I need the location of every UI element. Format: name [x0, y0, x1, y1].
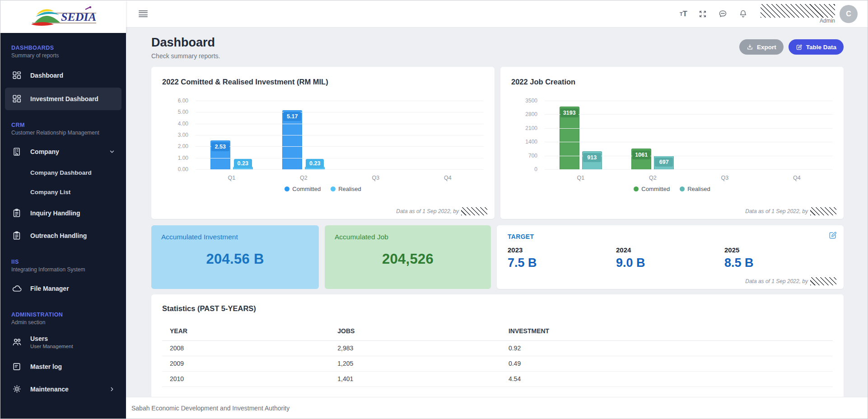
section-title: IIS — [0, 259, 126, 265]
clipboard-icon — [11, 230, 22, 241]
edit-square-icon — [796, 44, 803, 51]
sidebar-item-master-log[interactable]: Master log — [0, 355, 126, 378]
table-row: 20091,2050.49 — [162, 356, 833, 372]
section-title: CRM — [0, 122, 126, 128]
brand-name: SEDIA — [61, 10, 96, 23]
export-button[interactable]: Export — [739, 39, 784, 55]
chart-title: 2022 Comitted & Realised Investment (RM … — [162, 78, 484, 86]
table-cell: 0.49 — [501, 356, 833, 372]
table-cell: 2010 — [162, 372, 330, 387]
target-year: 2023 — [508, 246, 616, 254]
legend-committed[interactable]: Committed — [634, 186, 670, 192]
target-entry-2024: 2024 9.0 B — [616, 246, 724, 270]
chart-legend: Committed Realised — [511, 186, 833, 192]
footer: Sabah Economic Development and Investmen… — [126, 397, 868, 419]
sidebar-item-label: Outreach Handling — [30, 232, 87, 239]
sidebar: SEDIA DASHBOARDS Summary of reports Dash… — [0, 0, 126, 419]
target-card: TARGET 2023 7.5 B 2024 9.0 B 2025 8.5 B — [497, 225, 844, 289]
legend-dot — [680, 186, 685, 191]
users-icon — [11, 337, 22, 348]
author-redaction — [461, 207, 487, 215]
target-entries: 2023 7.5 B 2024 9.0 B 2025 8.5 B — [508, 246, 833, 270]
bar-value-label: 913 — [583, 153, 601, 162]
dashboard-grid-icon — [11, 70, 22, 81]
column-jobs: JOBS — [330, 323, 501, 341]
x-axis-labels: Q1Q2Q3Q4 — [545, 175, 833, 181]
sidebar-item-label: Users — [30, 335, 73, 343]
sidebar-item-label: Investment Dashboard — [30, 95, 98, 102]
legend-dot — [634, 186, 639, 191]
notifications-bell-icon[interactable] — [738, 9, 748, 19]
data-as-of-note: Data as of 1 Sep 2022, by — [745, 277, 836, 285]
edit-target-icon[interactable] — [828, 231, 837, 240]
data-as-of-note: Data as of 1 Sep 2022, by — [745, 207, 836, 215]
sidebar-item-investment-dashboard[interactable]: Investment Dashboard — [5, 88, 121, 110]
header-actions: Export Table Data — [739, 39, 844, 55]
log-icon — [11, 361, 22, 372]
avatar[interactable]: C — [840, 5, 858, 23]
username-redaction — [761, 4, 835, 18]
fullscreen-icon[interactable] — [698, 9, 707, 19]
sedia-logo-icon: SEDIA — [28, 6, 99, 28]
section-subtitle: Admin section — [0, 318, 126, 326]
sidebar-item-inquiry-handling[interactable]: Inquiry Handling — [0, 202, 126, 224]
accumulated-investment-card: Accumulated Investment 204.56 B — [151, 225, 319, 289]
chevron-down-icon — [109, 149, 115, 155]
footer-text: Sabah Economic Development and Investmen… — [131, 405, 289, 412]
legend-realised[interactable]: Realised — [331, 186, 361, 192]
target-label: TARGET — [508, 233, 833, 240]
sidebar-subitem-company-list[interactable]: Company List — [0, 182, 126, 202]
column-year: YEAR — [162, 323, 330, 341]
sidebar-item-label: Company — [30, 148, 101, 155]
sidebar-item-outreach-handling[interactable]: Outreach Handling — [0, 224, 126, 247]
cloud-icon — [11, 283, 22, 294]
topbar-actions: TT Admin C — [669, 4, 858, 24]
table-cell: 0.92 — [501, 341, 833, 356]
bar-group-q2: 1061697 — [617, 101, 689, 169]
section-title: ADMINISTRATION — [0, 312, 126, 318]
bar-value-label: 0.23 — [306, 159, 324, 168]
chat-icon[interactable] — [718, 9, 728, 19]
page-subtitle: Check summary reports. — [151, 52, 220, 60]
target-value: 9.0 B — [616, 256, 724, 270]
sidebar-section-administration: ADMINISTRATION Admin section Users User … — [0, 312, 126, 400]
sidebar-item-label: Master log — [30, 363, 62, 370]
sidebar-section-iis: IIS Integrating Information System File … — [0, 259, 126, 300]
x-tick: Q2 — [617, 175, 689, 181]
download-icon — [747, 44, 753, 51]
chart-title: 2022 Job Creation — [511, 78, 833, 86]
sidebar-item-dashboard[interactable]: Dashboard — [0, 64, 126, 87]
text-size-icon[interactable]: TT — [680, 9, 687, 19]
table-header-row: YEAR JOBS INVESTMENT — [162, 323, 833, 341]
stat-value: 204,526 — [335, 251, 481, 267]
table-cell: 1,205 — [330, 356, 501, 372]
accumulated-job-card: Accumulated Job 204,526 — [325, 225, 491, 289]
table-cell: 2,983 — [330, 341, 501, 356]
column-investment: INVESTMENT — [501, 323, 833, 341]
sedia-logo[interactable]: SEDIA — [0, 0, 126, 33]
job-creation-chart-card: 2022 Job Creation 35002800210014007000 3… — [500, 67, 844, 219]
legend-committed[interactable]: Committed — [285, 186, 321, 192]
sidebar-item-file-manager[interactable]: File Manager — [0, 277, 126, 300]
app-window: SEDIA DASHBOARDS Summary of reports Dash… — [0, 0, 868, 419]
sidebar-subitem-company-dashboard[interactable]: Company Dashboard — [0, 163, 126, 182]
sidebar-item-label: File Manager — [30, 285, 69, 292]
sidebar-item-company[interactable]: Company — [0, 140, 126, 163]
legend-realised[interactable]: Realised — [680, 186, 710, 192]
menu-toggle-icon[interactable] — [139, 10, 148, 17]
gridline — [545, 114, 833, 115]
target-entry-2023: 2023 7.5 B — [508, 246, 616, 270]
stat-label: Accumulated Investment — [161, 233, 309, 241]
sidebar-item-label: Inquiry Handling — [30, 210, 80, 217]
page-title: Dashboard — [151, 36, 220, 50]
gridline — [545, 169, 833, 170]
investment-chart-card: 2022 Comitted & Realised Investment (RM … — [151, 67, 495, 219]
chevron-right-icon — [109, 386, 115, 392]
sidebar-item-users[interactable]: Users User Management — [0, 329, 126, 355]
bar-value-label: 3193 — [560, 108, 579, 117]
table-data-button[interactable]: Table Data — [789, 39, 844, 55]
bar-group-q1: 3193913 — [545, 101, 617, 169]
table-cell: 2008 — [162, 341, 330, 356]
chart-legend: Committed Realised — [162, 186, 484, 192]
sidebar-item-maintenance[interactable]: Maintenance — [0, 378, 126, 400]
